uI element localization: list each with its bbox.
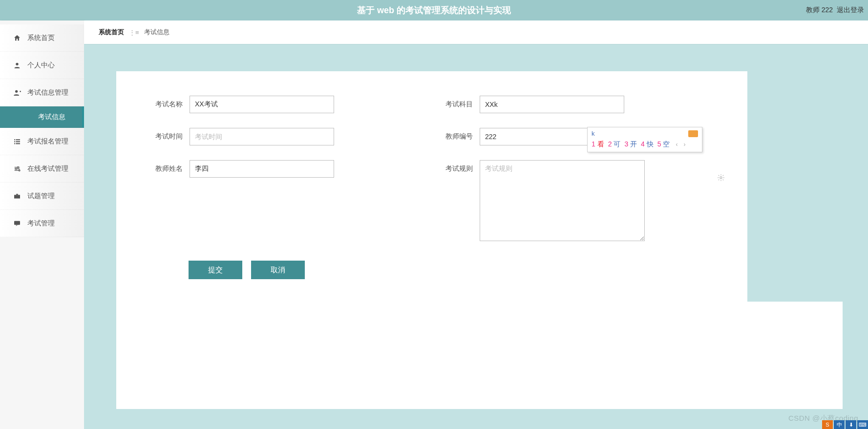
- sidebar-item-label: 考试报名管理: [27, 137, 68, 146]
- ime-next-icon[interactable]: ›: [683, 141, 685, 148]
- ime-lang-icon: 中: [834, 420, 845, 429]
- ime-candidate[interactable]: 4 快: [641, 140, 654, 149]
- field-exam-subject: 考试科目: [442, 96, 712, 113]
- svg-rect-7: [16, 143, 20, 144]
- chat-icon: [13, 219, 21, 228]
- ime-candidate[interactable]: 1 看: [592, 140, 604, 149]
- logout-link[interactable]: 退出登录: [837, 6, 864, 15]
- sidebar-item-home[interactable]: 系统首页: [0, 24, 84, 52]
- ime-halfwidth-icon: ⬇: [846, 420, 856, 429]
- sidebar-subitem-label: 考试信息: [38, 113, 65, 122]
- sidebar-subitem-exam-info[interactable]: 考试信息: [0, 106, 84, 128]
- keyboard-icon: ⌨: [857, 420, 868, 429]
- svg-rect-12: [16, 194, 18, 195]
- svg-rect-11: [14, 195, 20, 198]
- input-exam-subject[interactable]: [480, 96, 624, 113]
- ime-prev-icon[interactable]: ‹: [676, 141, 677, 148]
- sogou-icon: S: [822, 420, 833, 429]
- gear-icon[interactable]: [717, 174, 725, 184]
- current-user-label[interactable]: 教师 222: [806, 6, 833, 15]
- person-icon: [13, 61, 21, 70]
- label-exam-time: 考试时间: [151, 128, 183, 141]
- input-exam-name[interactable]: [190, 96, 334, 113]
- label-exam-name: 考试名称: [151, 96, 183, 109]
- textarea-exam-rule[interactable]: [480, 160, 645, 241]
- svg-point-0: [16, 62, 18, 65]
- form-card: 考试名称 考试科目 考试时间 教师编号: [116, 71, 747, 302]
- svg-point-8: [18, 166, 19, 168]
- briefcase-icon: [13, 192, 21, 201]
- sidebar-item-label: 考试信息管理: [27, 88, 68, 97]
- label-teacher-id: 教师编号: [442, 128, 473, 141]
- svg-rect-3: [16, 139, 20, 140]
- svg-point-1: [15, 90, 18, 92]
- breadcrumb-root[interactable]: 系统首页: [99, 28, 124, 37]
- input-teacher-name[interactable]: [190, 160, 334, 178]
- label-exam-subject: 考试科目: [442, 96, 473, 109]
- sidebar-item-signup[interactable]: 考试报名管理: [0, 128, 84, 155]
- main-area: 系统首页 ⋮≡ 考试信息 考试名称 考试科目: [84, 20, 868, 429]
- list-icon: [13, 137, 21, 146]
- submit-button[interactable]: 提交: [189, 261, 242, 279]
- ime-candidate[interactable]: 3 开: [624, 140, 637, 149]
- sidebar-item-profile[interactable]: 个人中心: [0, 52, 84, 79]
- top-bar: 基于 web 的考试管理系统的设计与实现 教师 222 退出登录: [0, 0, 868, 20]
- ime-candidate[interactable]: 2 可: [608, 140, 621, 149]
- svg-rect-2: [14, 139, 15, 140]
- breadcrumb-current: 考试信息: [144, 28, 169, 37]
- ime-candidate[interactable]: 5 空: [657, 140, 670, 149]
- svg-point-14: [720, 177, 722, 179]
- input-exam-time[interactable]: [190, 128, 334, 145]
- sidebar-item-label: 系统首页: [27, 34, 55, 42]
- blank-panel: [116, 302, 843, 409]
- svg-rect-13: [14, 221, 20, 225]
- svg-point-9: [16, 168, 17, 169]
- svg-rect-4: [14, 141, 15, 142]
- person-add-icon: [13, 88, 21, 97]
- sidebar-item-label: 在线考试管理: [27, 164, 68, 173]
- app-title: 基于 web 的考试管理系统的设计与实现: [357, 4, 511, 16]
- label-exam-rule: 考试规则: [442, 160, 473, 173]
- taskbar-ime-indicator[interactable]: S 中 ⬇ ⌨: [822, 420, 868, 429]
- field-exam-rule: 考试规则: [442, 160, 712, 241]
- cancel-button[interactable]: 取消: [251, 261, 305, 279]
- breadcrumb-sep-icon: ⋮≡: [129, 29, 139, 36]
- sidebar-item-exam-info[interactable]: 考试信息管理: [0, 79, 84, 106]
- svg-rect-6: [14, 143, 15, 144]
- breadcrumb: 系统首页 ⋮≡ 考试信息: [84, 20, 868, 44]
- sidebar-item-label: 试题管理: [27, 192, 55, 201]
- ime-popup[interactable]: k 1 看 2 可 3 开 4 快 5 空 ‹ ›: [587, 127, 702, 152]
- sidebar: 系统首页 个人中心 考试信息管理 考试信息 考试报名管理: [0, 20, 84, 429]
- sidebar-item-exam-manage[interactable]: 考试管理: [0, 210, 84, 237]
- ime-composition: k: [592, 130, 595, 137]
- field-exam-time: 考试时间: [151, 128, 422, 145]
- sliders-icon: [13, 164, 21, 173]
- label-teacher-name: 教师姓名: [151, 160, 183, 173]
- field-teacher-name: 教师姓名: [151, 160, 422, 241]
- sidebar-item-online-exam[interactable]: 在线考试管理: [0, 155, 84, 183]
- sidebar-item-label: 考试管理: [27, 219, 55, 228]
- sidebar-item-label: 个人中心: [27, 61, 55, 70]
- svg-point-10: [19, 170, 20, 171]
- ime-candidates[interactable]: 1 看 2 可 3 开 4 快 5 空 ‹ ›: [588, 138, 702, 152]
- home-icon: [13, 34, 21, 42]
- ime-brand-icon: [688, 130, 698, 137]
- field-exam-name: 考试名称: [151, 96, 422, 113]
- svg-rect-5: [16, 141, 20, 142]
- sidebar-item-question[interactable]: 试题管理: [0, 183, 84, 210]
